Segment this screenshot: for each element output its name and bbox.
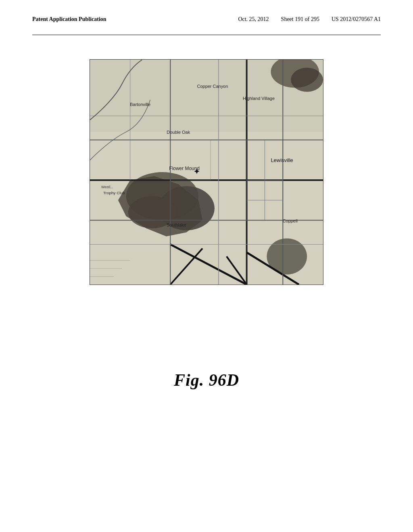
header-divider [32, 35, 381, 35]
main-content: ✦ Copper Canyon Bartonville Highland Vil… [32, 51, 381, 406]
publication-date: Oct. 25, 2012 [238, 16, 269, 23]
svg-text:Double Oak: Double Oak [167, 130, 190, 135]
page-header: Patent Application Publication Oct. 25, … [32, 16, 381, 23]
svg-text:Highland Village: Highland Village [243, 96, 275, 101]
svg-text:Trophy Club: Trophy Club [103, 191, 125, 195]
map-figure: ✦ Copper Canyon Bartonville Highland Vil… [90, 59, 323, 285]
map-svg: ✦ Copper Canyon Bartonville Highland Vil… [90, 60, 323, 285]
figure-label: Fig. 96D [174, 370, 239, 390]
publication-label: Patent Application Publication [32, 16, 106, 23]
svg-point-8 [291, 68, 323, 92]
svg-text:Westl...: Westl... [101, 185, 113, 189]
svg-text:Copper Canyon: Copper Canyon [197, 84, 228, 89]
page: Patent Application Publication Oct. 25, … [0, 0, 413, 532]
svg-text:Bartonville: Bartonville [130, 102, 150, 107]
svg-text:Southlake: Southlake [167, 222, 186, 227]
svg-text:Coppell: Coppell [283, 218, 298, 223]
svg-text:Flower Mound: Flower Mound [169, 166, 200, 171]
sheet-info: Sheet 191 of 295 [281, 16, 319, 23]
header-right: Oct. 25, 2012 Sheet 191 of 295 US 2012/0… [238, 16, 381, 23]
svg-text:Lewisville: Lewisville [271, 157, 293, 163]
bottom-area: Fig. 96D [174, 285, 239, 406]
patent-number: US 2012/0270567 A1 [332, 16, 381, 23]
